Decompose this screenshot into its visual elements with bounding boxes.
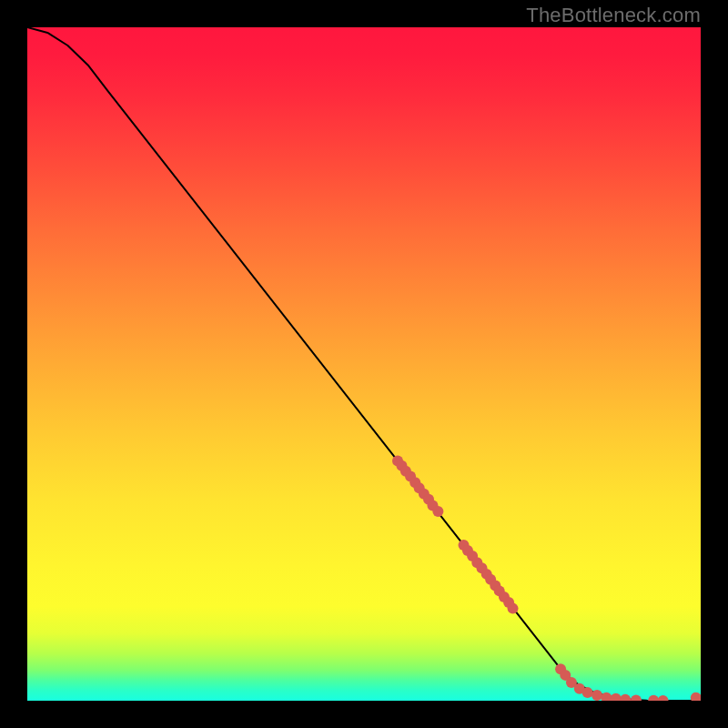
marker-dot xyxy=(691,693,701,701)
marker-dot xyxy=(631,694,642,701)
marker-dot xyxy=(582,687,593,698)
marker-dot xyxy=(648,695,659,701)
plot-area xyxy=(27,27,701,701)
marker-dot xyxy=(620,694,631,701)
marker-dot xyxy=(611,693,622,701)
curve-line xyxy=(27,27,695,701)
chart-stage: TheBottleneck.com xyxy=(0,0,728,728)
marker-dot xyxy=(432,506,443,517)
marker-dot xyxy=(508,603,519,614)
plot-svg xyxy=(27,27,701,701)
watermark-label: TheBottleneck.com xyxy=(526,4,701,27)
marker-dot xyxy=(592,690,602,701)
marker-dot xyxy=(658,695,669,701)
marker-dot xyxy=(601,693,612,701)
marker-group xyxy=(392,456,701,701)
